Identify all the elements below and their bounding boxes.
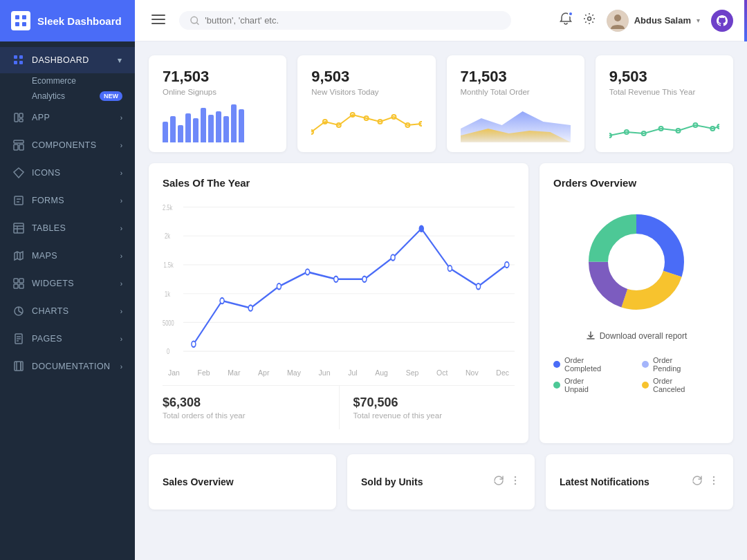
documentation-label: DOCUMENTATION	[32, 362, 110, 371]
user-dropdown-icon: ▾	[697, 17, 700, 24]
month-feb: Feb	[198, 368, 210, 377]
svg-rect-0	[15, 15, 19, 19]
stat-card-signups: 71,503 Online Signups	[149, 55, 286, 152]
forms-icon	[12, 194, 25, 207]
maps-label: MAPS	[32, 251, 57, 261]
download-label: Download overall report	[600, 331, 688, 341]
latest-notifications-card: Latest Notifications	[546, 454, 733, 510]
svg-rect-27	[19, 284, 24, 288]
total-revenue-num: $70,506	[353, 395, 515, 410]
grid-icon	[12, 54, 25, 66]
orders-legend: OrderCompleted OrderPending OrderUnpaid …	[553, 356, 719, 393]
svg-rect-10	[19, 119, 23, 122]
download-report-button[interactable]: Download overall report	[586, 327, 688, 345]
svg-rect-11	[14, 140, 24, 143]
legend-dot-pending	[642, 361, 649, 368]
sidebar-item-widgets[interactable]: WIDGETS ›	[0, 270, 135, 297]
svg-point-92	[515, 480, 516, 481]
sold-by-units-title: Sold by Units	[361, 476, 423, 487]
legend-dot-canceled	[642, 382, 649, 389]
sidebar-item-icons[interactable]: ICONS ›	[0, 159, 135, 187]
total-orders-label: Total orders of this year	[163, 411, 339, 420]
svg-point-83	[448, 265, 452, 271]
menu-button[interactable]	[149, 10, 168, 30]
sales-overview-title: Sales Overview	[163, 476, 234, 487]
svg-rect-33	[15, 362, 21, 371]
sidebar: Sleek Dashboard DASHBOARD ▾ Ecommerce An…	[0, 0, 135, 560]
forms-label: FORMS	[32, 196, 64, 205]
sidebar-item-documentation[interactable]: DOCUMENTATION ›	[0, 353, 135, 380]
sidebar-item-dashboard[interactable]: DASHBOARD ▾	[0, 47, 135, 73]
middle-row: Sales Of The Year 2.5k 2k 1.5k	[149, 163, 733, 443]
legend-unpaid: OrderUnpaid	[553, 377, 631, 393]
svg-point-93	[515, 483, 516, 485]
widgets-icon	[12, 277, 25, 290]
sales-chart-area: 2.5k 2k 1.5k 1k 5000 0	[163, 200, 515, 380]
sold-by-units-actions	[493, 475, 521, 489]
sales-chart-card: Sales Of The Year 2.5k 2k 1.5k	[149, 163, 528, 443]
notification-dot	[568, 11, 573, 17]
sidebar-item-app[interactable]: APP ›	[0, 104, 135, 131]
main-content: Abdus Salam ▾ 71,503 Online Signups	[135, 0, 747, 560]
dashboard-label: DASHBOARD	[32, 55, 89, 65]
content-area: 71,503 Online Signups	[135, 41, 747, 560]
refresh-icon[interactable]	[493, 475, 504, 489]
more-options-icon-2[interactable]	[708, 475, 719, 489]
sidebar-item-pages[interactable]: PAGES ›	[0, 325, 135, 353]
svg-rect-25	[19, 279, 24, 283]
brand-name: Sleek Dashboard	[37, 15, 122, 27]
notifications-button[interactable]	[560, 12, 572, 28]
svg-point-74	[192, 342, 196, 347]
sidebar-item-analytics[interactable]: Analytics NEW	[0, 88, 135, 104]
svg-point-38	[191, 17, 198, 24]
total-revenue: $70,506 Total revenue of this year	[339, 386, 515, 429]
svg-point-96	[713, 483, 714, 485]
svg-point-82	[419, 226, 423, 232]
stat-number-signups: 71,503	[163, 68, 273, 86]
chevron-down-icon: ▾	[118, 56, 122, 65]
svg-line-39	[197, 22, 199, 24]
settings-button[interactable]	[583, 12, 596, 28]
legend-completed: OrderCompleted	[553, 356, 631, 373]
github-button[interactable]	[711, 10, 733, 32]
svg-rect-24	[14, 279, 18, 283]
svg-rect-3	[22, 22, 26, 26]
sidebar-item-tables[interactable]: TABLES ›	[0, 214, 135, 242]
refresh-icon-2[interactable]	[692, 475, 703, 489]
svg-point-94	[713, 476, 714, 478]
search-icon	[190, 16, 199, 26]
bottom-row: Sales Overview Sold by Units	[149, 454, 733, 510]
month-may: May	[287, 368, 301, 377]
month-nov: Nov	[465, 368, 479, 377]
sidebar-item-components[interactable]: COMPONENTS ›	[0, 131, 135, 159]
month-jun: Jun	[319, 368, 331, 377]
search-box[interactable]	[179, 11, 511, 30]
sidebar-nav: DASHBOARD ▾ Ecommerce Analytics NEW APP	[0, 41, 135, 560]
svg-text:1k: 1k	[165, 290, 170, 298]
svg-rect-2	[15, 22, 19, 26]
tables-label: TABLES	[32, 223, 66, 233]
sidebar-item-forms[interactable]: FORMS ›	[0, 187, 135, 214]
svg-point-80	[362, 277, 367, 282]
components-icon	[12, 139, 25, 151]
svg-text:5000: 5000	[163, 319, 174, 326]
month-apr: Apr	[258, 368, 269, 377]
chevron-right-icon-5: ›	[120, 225, 122, 232]
search-input[interactable]	[205, 15, 500, 26]
user-info[interactable]: Abdus Salam ▾	[607, 10, 700, 32]
sidebar-item-charts[interactable]: CHARTS ›	[0, 297, 135, 325]
sidebar-item-ecommerce[interactable]: Ecommerce	[0, 73, 135, 88]
svg-point-76	[248, 305, 252, 310]
new-badge: NEW	[100, 91, 122, 101]
topbar: Abdus Salam ▾	[135, 0, 747, 41]
orders-overview-card: Orders Overview	[540, 163, 733, 443]
svg-rect-35	[151, 15, 165, 16]
total-orders: $6,308 Total orders of this year	[163, 386, 339, 429]
more-options-icon[interactable]	[510, 475, 521, 489]
legend-dot-completed	[553, 361, 560, 368]
chevron-right-icon-8: ›	[120, 308, 122, 315]
diamond-icon	[12, 167, 25, 179]
sidebar-item-maps[interactable]: MAPS ›	[0, 242, 135, 270]
svg-text:2.5k: 2.5k	[163, 203, 173, 211]
widgets-label: WIDGETS	[32, 279, 74, 288]
